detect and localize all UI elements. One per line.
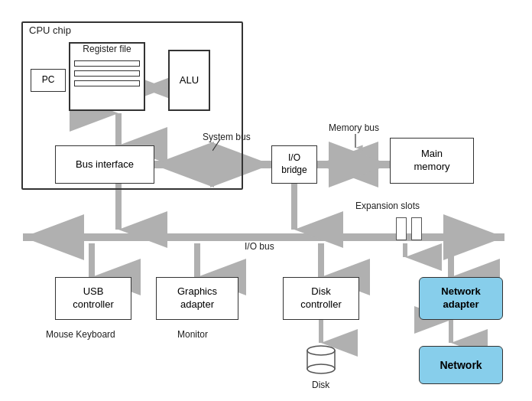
- memory-bus-label: Memory bus: [329, 122, 379, 133]
- usb-controller-box: USB controller: [55, 277, 131, 320]
- memory-bus-arrow: [352, 134, 367, 153]
- main-memory-box: Main memory: [390, 138, 474, 184]
- disk-symbol: [304, 343, 338, 377]
- mouse-keyboard-label: Mouse Keyboard: [46, 329, 115, 340]
- io-bus-label: I/O bus: [245, 241, 274, 252]
- expansion-slots-label: Expansion slots: [355, 200, 420, 211]
- disk-label: Disk: [312, 380, 329, 390]
- io-bridge-box: I/O bridge: [271, 145, 317, 184]
- network-box: Network: [419, 346, 503, 384]
- graphics-adapter-label: Graphics adapter: [177, 285, 217, 311]
- io-bridge-label: I/O bridge: [281, 152, 307, 176]
- diagram: CPU chip Register file PC ALU Bus interf…: [0, 0, 532, 401]
- disk-controller-label: Disk controller: [300, 285, 341, 311]
- network-adapter-label: Network adapter: [441, 285, 480, 311]
- network-adapter-box: Network adapter: [419, 277, 503, 320]
- svg-point-21: [307, 346, 335, 355]
- monitor-label: Monitor: [177, 329, 208, 340]
- main-memory-label: Main memory: [414, 148, 450, 174]
- usb-controller-label: USB controller: [73, 285, 113, 311]
- expansion-slots: [396, 217, 422, 240]
- disk-controller-box: Disk controller: [283, 277, 359, 320]
- cpu-chip-box: [21, 21, 243, 190]
- graphics-adapter-box: Graphics adapter: [156, 277, 238, 320]
- network-label: Network: [440, 358, 482, 372]
- svg-point-22: [307, 364, 335, 373]
